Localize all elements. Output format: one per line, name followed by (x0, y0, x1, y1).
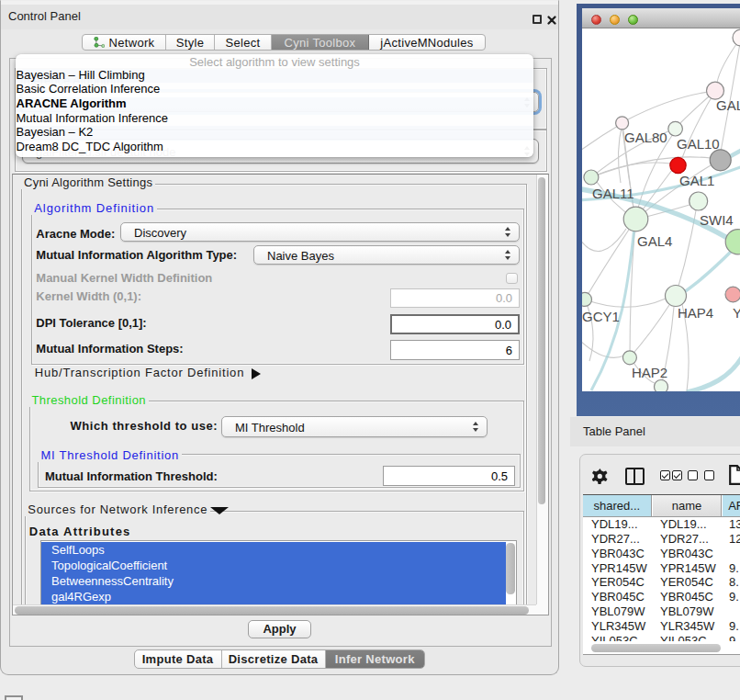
svg-text:YB: YB (733, 305, 740, 321)
svg-text:GCY1: GCY1 (582, 309, 620, 324)
svg-text:GAL10: GAL10 (677, 136, 720, 152)
svg-text:SWI4: SWI4 (700, 212, 734, 228)
svg-text:GAL1: GAL1 (679, 173, 714, 188)
svg-text:HAP2: HAP2 (632, 365, 667, 380)
svg-text:GAL80: GAL80 (624, 130, 667, 145)
svg-text:GAL11: GAL11 (592, 186, 634, 201)
svg-text:GAL4: GAL4 (637, 233, 672, 249)
svg-text:GAL7: GAL7 (716, 97, 740, 113)
svg-text:HAP4: HAP4 (678, 305, 713, 321)
